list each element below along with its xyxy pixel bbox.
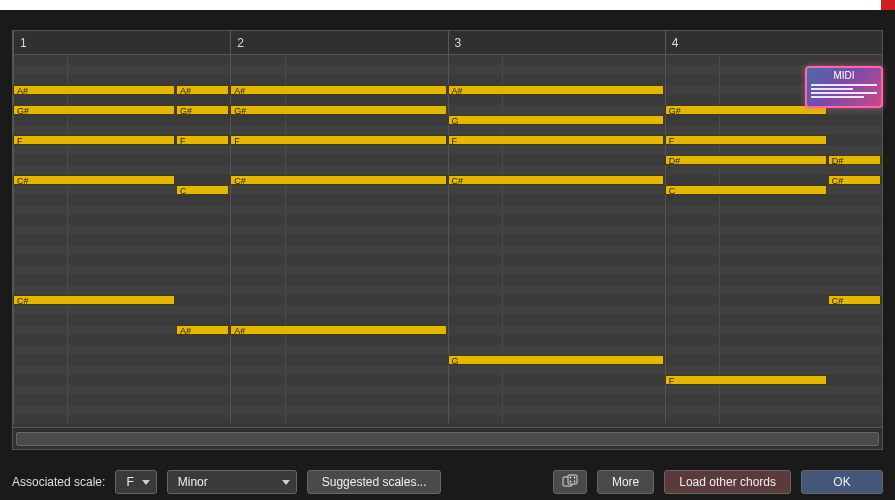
- midi-note[interactable]: C: [176, 185, 229, 195]
- suggested-scales-button[interactable]: Suggested scales...: [307, 470, 442, 494]
- grid-row: [13, 205, 882, 215]
- midi-note[interactable]: F: [448, 135, 664, 145]
- midi-note[interactable]: C#: [448, 175, 664, 185]
- midi-note[interactable]: A#: [13, 85, 175, 95]
- midi-drag-badge[interactable]: MIDI: [805, 66, 883, 108]
- midi-note[interactable]: A#: [448, 85, 664, 95]
- grid-row: [13, 345, 882, 355]
- midi-note[interactable]: D#: [828, 155, 881, 165]
- svg-rect-1: [568, 475, 577, 484]
- grid-row: [13, 65, 882, 75]
- note-grid[interactable]: A#A#A#A#G#G#G#GG#FFFFFD#D#C#CC#C#CC#C#C#…: [13, 55, 882, 423]
- grid-row: [13, 325, 882, 335]
- scale-label: Associated scale:: [12, 475, 105, 489]
- midi-note[interactable]: A#: [176, 85, 229, 95]
- midi-note[interactable]: F: [665, 375, 827, 385]
- midi-note[interactable]: G#: [230, 105, 446, 115]
- randomize-button[interactable]: [553, 470, 587, 494]
- bar-number: 4: [665, 31, 882, 55]
- midi-note[interactable]: F: [665, 135, 827, 145]
- grid-row: [13, 385, 882, 395]
- bottom-toolbar: Associated scale: F Minor Suggested scal…: [0, 464, 895, 500]
- midi-note[interactable]: G#: [176, 105, 229, 115]
- grid-row: [13, 165, 882, 175]
- grid-row: [13, 235, 882, 245]
- midi-note[interactable]: F: [230, 135, 446, 145]
- grid-row: [13, 265, 882, 275]
- grid-row: [13, 275, 882, 285]
- root-note-select[interactable]: F: [115, 470, 156, 494]
- midi-icon: [809, 84, 879, 104]
- midi-note[interactable]: F: [176, 135, 229, 145]
- more-button[interactable]: More: [597, 470, 654, 494]
- ok-button[interactable]: OK: [801, 470, 883, 494]
- chevron-down-icon: [282, 480, 290, 485]
- grid-row: [13, 75, 882, 85]
- grid-row: [13, 125, 882, 135]
- grid-row: [13, 245, 882, 255]
- scrollbar-thumb[interactable]: [16, 432, 879, 446]
- midi-note[interactable]: G: [448, 115, 664, 125]
- grid-row: [13, 405, 882, 415]
- grid-row: [13, 145, 882, 155]
- grid-row: [13, 415, 882, 423]
- bar-number: 1: [13, 31, 230, 55]
- midi-note[interactable]: A#: [230, 325, 446, 335]
- midi-badge-label: MIDI: [809, 70, 879, 81]
- svg-point-2: [570, 477, 572, 479]
- root-note-value: F: [126, 475, 133, 489]
- bar-number: 3: [448, 31, 665, 55]
- grid-row: [13, 305, 882, 315]
- svg-point-4: [570, 481, 572, 483]
- midi-note[interactable]: C#: [230, 175, 446, 185]
- grid-row: [13, 315, 882, 325]
- load-other-chords-button[interactable]: Load other chords: [664, 470, 791, 494]
- grid-row: [13, 225, 882, 235]
- grid-row: [13, 365, 882, 375]
- svg-point-5: [574, 481, 576, 483]
- grid-row: [13, 395, 882, 405]
- grid-row: [13, 55, 882, 65]
- grid-row: [13, 285, 882, 295]
- midi-note[interactable]: C#: [13, 175, 175, 185]
- svg-point-3: [574, 477, 576, 479]
- grid-row: [13, 215, 882, 225]
- bar-ruler[interactable]: 1234: [13, 31, 882, 55]
- dice-icon: [562, 474, 578, 490]
- scale-mode-value: Minor: [178, 475, 208, 489]
- midi-note[interactable]: G#: [13, 105, 175, 115]
- midi-note[interactable]: D#: [665, 155, 827, 165]
- midi-note[interactable]: G#: [665, 105, 827, 115]
- close-icon[interactable]: [881, 0, 895, 10]
- piano-roll-editor: 1234 A#A#A#A#G#G#G#GG#FFFFFD#D#C#CC#C#CC…: [12, 30, 883, 450]
- horizontal-scrollbar[interactable]: [13, 427, 882, 449]
- window-titlebar: [0, 0, 895, 10]
- midi-note[interactable]: G: [448, 355, 664, 365]
- bar-number: 2: [230, 31, 447, 55]
- midi-note[interactable]: A#: [176, 325, 229, 335]
- midi-note[interactable]: A#: [230, 85, 446, 95]
- midi-note[interactable]: C#: [828, 295, 881, 305]
- midi-note[interactable]: C: [665, 185, 827, 195]
- grid-row: [13, 255, 882, 265]
- midi-note[interactable]: C#: [828, 175, 881, 185]
- scale-mode-select[interactable]: Minor: [167, 470, 297, 494]
- midi-note[interactable]: C#: [13, 295, 175, 305]
- grid-row: [13, 95, 882, 105]
- midi-note[interactable]: F: [13, 135, 175, 145]
- grid-row: [13, 335, 882, 345]
- chevron-down-icon: [142, 480, 150, 485]
- grid-row: [13, 195, 882, 205]
